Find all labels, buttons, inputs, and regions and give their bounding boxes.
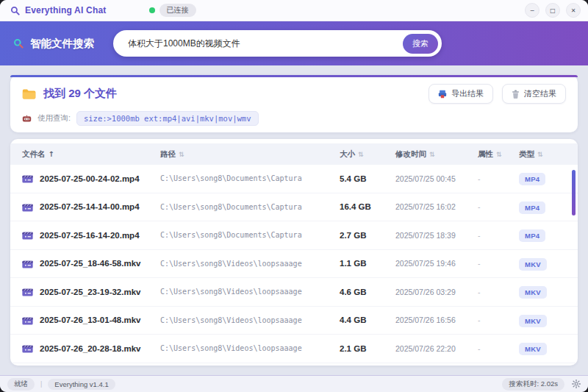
- search-input-container: 搜索: [113, 30, 442, 57]
- search-button[interactable]: 搜索: [403, 34, 438, 54]
- sort-icon: ⇅: [537, 151, 543, 158]
- table-row[interactable]: 2025-07-25-00-24-02.mp4 C:\Users\song8\D…: [10, 165, 578, 193]
- query-label: 使用查询:: [37, 113, 71, 124]
- file-path: C:\Users\song8\Videos\loopsaaage: [160, 344, 340, 352]
- search-section-label: 智能文件搜索: [13, 37, 94, 51]
- file-size: 2.1 GB: [340, 344, 395, 353]
- settings-gear-icon[interactable]: [572, 379, 581, 388]
- video-file-icon: [22, 316, 33, 325]
- video-file-icon: [22, 202, 33, 212]
- column-header-5[interactable]: 属性⇅: [478, 149, 519, 160]
- clear-results-button[interactable]: 清空结果: [502, 84, 566, 104]
- file-name: 2025-07-25_23-19-32.mkv: [40, 288, 140, 296]
- robot-icon: [22, 115, 32, 123]
- table-row[interactable]: 2025-07-26_13-01-48.mkv C:\Users\song8\V…: [10, 307, 578, 335]
- file-attributes: -: [478, 259, 519, 268]
- search-elapsed-time: 搜索耗时: 2.02s: [502, 378, 564, 391]
- file-name: 2025-07-25-14-14-00.mp4: [40, 202, 140, 211]
- maximize-button[interactable]: □: [545, 3, 560, 18]
- file-modified-time: 2025/07/25 16:02: [395, 202, 478, 211]
- file-modified-time: 2025/07/25 19:46: [395, 259, 478, 268]
- file-type-badge: MKV: [519, 343, 547, 355]
- file-table-card: 文件名↑路径⇅大小⇅修改时间⇅属性⇅类型⇅ 2025-07-25-00-24-0…: [10, 139, 578, 366]
- table-header: 文件名↑路径⇅大小⇅修改时间⇅属性⇅类型⇅: [10, 143, 578, 165]
- app-title: Everything AI Chat: [25, 5, 107, 15]
- file-name: 2025-07-25-16-14-20.mp4: [40, 231, 140, 240]
- results-title: 找到 29 个文件: [22, 87, 117, 101]
- file-type-badge: MP4: [519, 202, 545, 214]
- everything-version: Everything v1.4.1: [48, 379, 115, 390]
- sort-icon: ↑: [49, 150, 54, 158]
- column-header-2[interactable]: 路径⇅: [160, 149, 340, 160]
- sort-icon: ⇅: [429, 151, 435, 158]
- connection-badge: 已连接: [159, 4, 196, 17]
- video-file-icon: [22, 259, 33, 268]
- main-content: 找到 29 个文件 导出结果 清空结果: [0, 65, 588, 375]
- file-attributes: -: [478, 202, 519, 211]
- minimize-button[interactable]: −: [525, 3, 539, 18]
- column-header-1[interactable]: 文件名↑: [22, 149, 160, 160]
- title-bar: Everything AI Chat 已连接 − □ ✕: [0, 0, 588, 21]
- status-bar: 就绪 | Everything v1.4.1 搜索耗时: 2.02s: [0, 375, 588, 392]
- file-size: 2.7 GB: [340, 231, 395, 240]
- search-icon: [13, 38, 24, 49]
- file-name: 2025-07-26_20-28-18.mkv: [40, 344, 140, 353]
- video-file-icon: [22, 174, 33, 183]
- app-window: Everything AI Chat 已连接 − □ ✕ 智能文件搜索 搜索: [0, 0, 588, 392]
- file-size: 5.4 GB: [340, 174, 395, 183]
- file-path: C:\Users\song8\Documents\Captura: [160, 231, 340, 239]
- file-name: 2025-07-25_18-46-58.mkv: [40, 259, 140, 268]
- file-path: C:\Users\song8\Videos\loopsaaage: [160, 316, 340, 324]
- table-row[interactable]: 2025-07-25-14-14-00.mp4 C:\Users\song8\D…: [10, 193, 578, 222]
- column-header-6[interactable]: 类型⇅: [519, 149, 570, 160]
- file-attributes: -: [478, 344, 519, 353]
- file-path: C:\Users\song8\Videos\loopsaaage: [160, 288, 340, 296]
- file-type-badge: MP4: [519, 229, 545, 242]
- file-modified-time: 2025/07/26 03:29: [395, 288, 478, 296]
- file-type-badge: MKV: [519, 286, 547, 299]
- column-header-3[interactable]: 大小⇅: [340, 149, 395, 160]
- file-path: C:\Users\song8\Documents\Captura: [160, 203, 340, 211]
- app-logo-magnifier-icon: [10, 6, 20, 15]
- results-summary-card: 找到 29 个文件 导出结果 清空结果: [10, 75, 578, 132]
- column-header-4[interactable]: 修改时间⇅: [395, 149, 478, 160]
- file-attributes: -: [478, 231, 519, 240]
- connected-dot-icon: [149, 7, 155, 13]
- file-attributes: -: [478, 288, 519, 296]
- file-type-badge: MKV: [519, 315, 547, 327]
- file-name: 2025-07-26_13-01-48.mkv: [40, 316, 140, 324]
- query-row: 使用查询: size:>1000mb ext:mp4|avi|mkv|mov|w…: [22, 111, 566, 126]
- video-file-icon: [22, 230, 33, 240]
- table-body: 2025-07-25-00-24-02.mp4 C:\Users\song8\D…: [10, 165, 578, 366]
- connection-status: 已连接: [149, 4, 196, 17]
- export-icon: [438, 90, 447, 99]
- file-name: 2025-07-25-00-24-02.mp4: [40, 174, 140, 183]
- search-bar: 智能文件搜索 搜索: [0, 21, 588, 65]
- file-size: 4.6 GB: [340, 288, 395, 296]
- file-attributes: -: [478, 174, 519, 183]
- file-size: 4.4 GB: [340, 316, 395, 324]
- file-type-badge: MP4: [519, 173, 545, 185]
- ready-status: 就绪: [7, 378, 35, 391]
- search-input[interactable]: [126, 38, 403, 49]
- close-button[interactable]: ✕: [566, 3, 581, 18]
- export-results-button[interactable]: 导出结果: [429, 84, 493, 104]
- file-path: C:\Users\song8\Documents\Captura: [160, 174, 340, 182]
- file-path: C:\Users\song8\Videos\loopsaaage: [160, 260, 340, 268]
- table-scrollbar-thumb[interactable]: [572, 170, 576, 215]
- file-attributes: -: [478, 316, 519, 324]
- table-row[interactable]: 2025-07-25-16-14-20.mp4 C:\Users\song8\D…: [10, 221, 578, 250]
- file-type-badge: MKV: [519, 258, 547, 271]
- query-chip: size:>1000mb ext:mp4|avi|mkv|mov|wmv: [76, 111, 259, 126]
- trash-icon: [512, 90, 520, 99]
- table-row[interactable]: 2025-07-25_23-19-32.mkv C:\Users\song8\V…: [10, 278, 578, 307]
- sort-icon: ⇅: [358, 151, 364, 158]
- video-file-icon: [22, 287, 33, 296]
- sort-icon: ⇅: [179, 151, 184, 158]
- table-row[interactable]: 2025-07-25_18-46-58.mkv C:\Users\song8\V…: [10, 250, 578, 279]
- table-row[interactable]: 2025-07-26_20-28-18.mkv C:\Users\song8\V…: [10, 335, 578, 363]
- sort-icon: ⇅: [496, 151, 502, 158]
- folder-icon: [22, 88, 36, 99]
- file-size: 1.1 GB: [340, 259, 395, 268]
- file-modified-time: 2025/07/26 22:20: [395, 344, 478, 353]
